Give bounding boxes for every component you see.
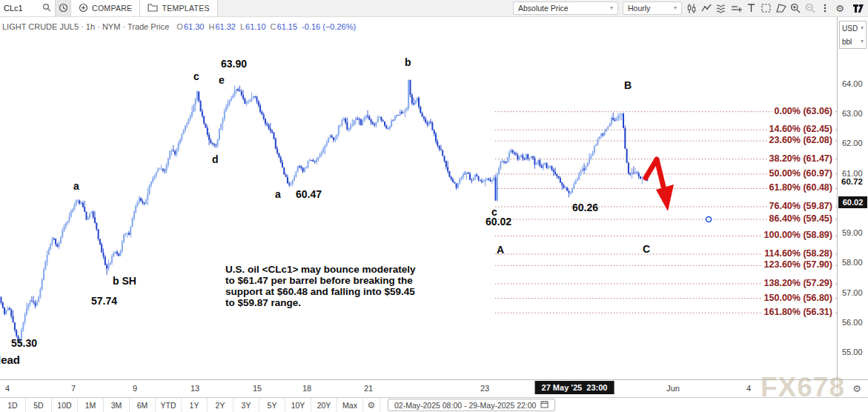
calendar-icon [540, 400, 549, 410]
price-tick: 62.00 [842, 139, 863, 147]
range-button-2y[interactable]: 2Y [208, 398, 233, 412]
range-button-10y[interactable]: 10Y [285, 398, 311, 412]
chart-annotation: 60.47 [296, 189, 322, 200]
time-tick: 4 [5, 384, 10, 393]
range-button-ytd[interactable]: YTD [156, 398, 182, 412]
fib-level-label: 86.40% (59.45) [768, 213, 834, 225]
text-tool-button[interactable] [743, 0, 758, 16]
bottom-toolbar: 1D5D10D1M3M6MYTD1Y2Y3Y5Y10Y20YMax ⚙ 02-M… [0, 397, 868, 412]
search-icon [42, 3, 51, 13]
range-buttons: 1D5D10D1M3M6MYTD1Y2Y3Y5Y10Y20YMax [0, 398, 363, 412]
zoom-in-button[interactable] [788, 0, 803, 16]
fib-level-label: 23.60% (62.08) [768, 134, 834, 147]
settings-gear-icon: ⚙ [368, 400, 376, 411]
fib-level-label: 161.80% (56.31) [763, 306, 834, 319]
chart-annotation: b [405, 57, 411, 68]
range-button-3m[interactable]: 3M [104, 398, 130, 412]
chart-settings-button[interactable]: ⚙ [832, 0, 847, 16]
chart-legend: LIGHT CRUDE JUL5 · 1h · NYM · Trade Pric… [2, 22, 356, 31]
price-tick: 64.00 [842, 79, 863, 88]
interval-history-button[interactable] [56, 0, 71, 16]
time-tick: 18 [302, 384, 311, 393]
marquee-select-button[interactable] [758, 0, 773, 16]
polygon-tool-button[interactable] [773, 0, 788, 16]
unit-select[interactable]: bbl ▾ [840, 35, 866, 48]
time-tick: 23 [480, 384, 489, 393]
price-tick: 56.00 [842, 318, 863, 327]
chart-annotation: 60.02 [486, 216, 511, 227]
axis-settings-gear-icon[interactable]: ⚙ [852, 383, 861, 394]
range-button-10d[interactable]: 10D [52, 398, 78, 412]
chevron-down-icon: ▾ [861, 25, 864, 31]
indicators-icon [701, 3, 712, 13]
zoom-out-button[interactable] [803, 0, 818, 16]
more-options-icon [824, 3, 826, 13]
range-button-6m[interactable]: 6M [130, 398, 156, 412]
chart-annotation: B [624, 80, 632, 91]
price-axis[interactable]: USD ▾ bbl ▾ 60.72 60.02 64.0063.0062.006… [837, 16, 868, 379]
price-tick: 61.00 [842, 169, 863, 178]
top-toolbar: CLc1 COMPARE TEMPLATES Absolute Price ▾ [0, 0, 868, 17]
price-mode-value: Absolute Price [518, 4, 569, 13]
time-tick: 4 [746, 384, 751, 393]
chart-annotation: a [275, 189, 281, 200]
templates-button[interactable]: TEMPLATES [140, 0, 217, 16]
tradingview-logo[interactable] [847, 0, 868, 16]
time-axis[interactable]: 27 May '25 23:00 ⚙ 4791315182123Jun4 [0, 379, 868, 398]
chart-area[interactable]: LIGHT CRUDE JUL5 · 1h · NYM · Trade Pric… [0, 16, 837, 379]
chevron-down-icon: ▾ [610, 5, 613, 11]
range-button-5d[interactable]: 5D [26, 398, 52, 412]
symbol-text: CLc1 [4, 4, 23, 13]
time-tick: 9 [133, 384, 137, 393]
interval-select[interactable]: Hourly ▾ [623, 1, 682, 15]
fib-level-label: 0.00% (63.06) [772, 105, 834, 118]
wave-tool-button[interactable] [714, 0, 729, 16]
chart-annotation: 55.30 [11, 338, 37, 349]
chart-annotation: 63.90 [221, 59, 247, 70]
indicators-button[interactable] [699, 0, 714, 16]
range-button-20y[interactable]: 20Y [311, 398, 337, 412]
range-button-1d[interactable]: 1D [0, 398, 26, 412]
fib-level-label: 61.80% (60.48) [768, 182, 834, 194]
last-price-label: 60.72 [841, 177, 863, 186]
price-mode-select[interactable]: Absolute Price ▾ [513, 1, 618, 15]
chart-annotation: A [497, 245, 504, 256]
templates-label: TEMPLATES [162, 4, 209, 13]
chart-annotation: e [219, 75, 225, 86]
fib-level-label: 123.60% (57.90) [763, 259, 834, 271]
time-tick: 13 [191, 384, 199, 393]
range-button-1y[interactable]: 1Y [182, 398, 208, 412]
range-button-5y[interactable]: 5Y [259, 398, 285, 412]
axis-corner-divider [837, 380, 838, 398]
compare-overlay-button[interactable] [729, 0, 743, 16]
zoom-out-icon [805, 3, 815, 13]
symbol-search-input[interactable]: CLc1 [0, 0, 56, 16]
price-tick: 63.00 [842, 109, 863, 118]
range-button-max[interactable]: Max [337, 398, 363, 412]
axis-unit-box: USD ▾ bbl ▾ [839, 21, 867, 49]
chart-annotation: 57.74 [91, 296, 117, 307]
analysis-note: U.S. oil <CLc1> may bounce moderatelyto … [225, 264, 416, 308]
text-tool-icon [746, 3, 756, 13]
fib-level-label: 138.20% (57.29) [763, 277, 834, 290]
currency-select[interactable]: USD ▾ [840, 21, 866, 35]
date-range-picker[interactable]: 02-May-2025 08:00 - 29-May-2025 22:00 [388, 399, 555, 411]
price-tick: 59.00 [842, 228, 863, 237]
unit-value: bbl [842, 38, 852, 46]
time-tick: Jun [666, 384, 680, 393]
more-options-button[interactable] [818, 0, 832, 16]
settings-gear-icon: ⚙ [835, 4, 844, 13]
chart-annotation: c [193, 71, 199, 82]
range-button-3y[interactable]: 3Y [233, 398, 259, 412]
candlestick-style-button[interactable] [684, 0, 699, 16]
wave-overlay-icon [716, 3, 727, 13]
price-tick: 58.00 [842, 258, 863, 267]
price-tick: 57.00 [842, 288, 863, 297]
candlestick-chart-icon [686, 3, 697, 14]
chevron-down-icon: ▾ [674, 5, 677, 11]
compare-label: COMPARE [92, 4, 132, 13]
fib-level-label: 38.20% (61.47) [768, 153, 834, 165]
range-settings-button[interactable]: ⚙ [363, 398, 380, 412]
compare-button[interactable]: COMPARE [71, 0, 140, 16]
range-button-1m[interactable]: 1M [78, 398, 104, 412]
